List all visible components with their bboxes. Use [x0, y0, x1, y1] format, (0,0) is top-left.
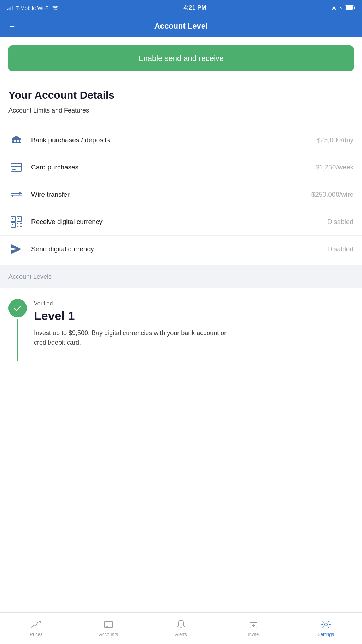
svg-rect-10: [16, 140, 17, 142]
page-title: Account Level: [8, 22, 354, 31]
svg-rect-23: [18, 218, 19, 219]
svg-rect-3: [12, 6, 13, 10]
svg-marker-30: [11, 244, 21, 254]
svg-rect-21: [12, 218, 13, 219]
svg-rect-14: [11, 166, 22, 167]
svg-rect-31: [105, 621, 112, 628]
feature-name-send-digital: Send digital currency: [31, 245, 327, 253]
bottom-nav: Prices Accounts Alerts: [0, 612, 362, 644]
level-content: Verified Level 1 Invest up to $9,500. Bu…: [34, 299, 253, 347]
svg-rect-29: [20, 226, 22, 227]
feature-row-wire: Wire transfer $250,000/wire: [0, 181, 362, 208]
level-indicator: [8, 299, 27, 361]
nav-label-alerts: Alerts: [175, 632, 187, 637]
signal-icon: [7, 5, 13, 10]
feature-name-wire: Wire transfer: [31, 191, 311, 199]
feature-name-receive-digital: Receive digital currency: [31, 218, 327, 226]
svg-rect-9: [12, 140, 14, 142]
enable-section: Enable send and receive: [0, 37, 362, 82]
nav-item-settings[interactable]: Settings: [290, 616, 362, 640]
svg-rect-0: [7, 9, 8, 10]
nav-item-invite[interactable]: Invite: [217, 616, 290, 640]
back-button[interactable]: ←: [8, 22, 16, 31]
feature-value-card: $1,250/week: [315, 163, 354, 171]
accounts-icon: [104, 620, 113, 629]
battery-icon: [345, 5, 355, 10]
divider: [8, 119, 354, 119]
feature-value-bank: $25,000/day: [316, 136, 354, 144]
feature-row-receive-digital: Receive digital currency Disabled: [0, 208, 362, 236]
nav-label-prices: Prices: [30, 632, 42, 637]
card-icon: [8, 162, 24, 173]
svg-rect-25: [12, 224, 13, 225]
svg-rect-1: [9, 8, 10, 10]
account-details-title: Your Account Details: [8, 89, 354, 101]
svg-rect-15: [12, 169, 16, 170]
feature-value-wire: $250,000/wire: [311, 191, 354, 199]
status-time: 4:21 PM: [183, 4, 206, 11]
account-limits-subtitle: Account Limits and Features: [8, 107, 354, 114]
level-circle: [8, 299, 27, 317]
svg-rect-28: [17, 226, 18, 227]
feature-row-bank: Bank purchases / deposits $25,000/day: [0, 127, 362, 154]
carrier-label: T-Mobile Wi-Fi: [16, 5, 50, 11]
level-description: Invest up to $9,500. Buy digital currenc…: [34, 328, 253, 347]
receive-digital-icon: [8, 216, 24, 228]
account-levels-header: Account Levels: [0, 265, 362, 288]
svg-rect-8: [12, 142, 21, 143]
level-row: Verified Level 1 Invest up to $9,500. Bu…: [8, 299, 354, 361]
prices-icon: [31, 620, 41, 629]
send-digital-icon: [8, 243, 24, 255]
svg-rect-7: [12, 139, 21, 140]
main-content: Enable send and receive Your Account Det…: [0, 37, 362, 404]
level-badge: Verified: [34, 300, 253, 307]
nav-item-prices[interactable]: Prices: [0, 616, 72, 640]
wifi-icon: [52, 5, 58, 10]
feature-row-send-digital: Send digital currency Disabled: [0, 236, 362, 263]
feature-value-send-digital: Disabled: [327, 245, 354, 253]
svg-marker-17: [19, 192, 22, 195]
svg-marker-19: [11, 195, 13, 197]
nav-label-accounts: Accounts: [99, 632, 118, 637]
location-icon: [332, 5, 337, 10]
alerts-icon: [176, 620, 186, 629]
bottom-spacer: [0, 368, 362, 404]
svg-rect-26: [17, 223, 18, 224]
status-left: T-Mobile Wi-Fi: [7, 5, 58, 11]
invite-icon: [249, 620, 258, 629]
enable-send-receive-button[interactable]: Enable send and receive: [8, 45, 354, 71]
wire-icon: [8, 189, 24, 200]
svg-rect-6: [346, 6, 353, 10]
level-name: Level 1: [34, 309, 253, 323]
feature-row-card: Card purchases $1,250/week: [0, 154, 362, 181]
feature-name-bank: Bank purchases / deposits: [31, 136, 316, 144]
feature-value-receive-digital: Disabled: [327, 218, 354, 226]
bank-icon: [8, 134, 24, 146]
nav-bar: ← Account Level: [0, 16, 362, 37]
checkmark-icon: [13, 304, 22, 313]
feature-name-card: Card purchases: [31, 163, 315, 171]
account-levels-section: Verified Level 1 Invest up to $9,500. Bu…: [0, 288, 362, 368]
account-details-section: Your Account Details Account Limits and …: [0, 82, 362, 124]
svg-point-40: [325, 623, 327, 626]
svg-rect-27: [20, 223, 22, 224]
features-list: Bank purchases / deposits $25,000/day Ca…: [0, 124, 362, 265]
settings-icon: [321, 620, 331, 629]
status-right: [332, 5, 355, 11]
account-levels-title: Account Levels: [8, 273, 354, 281]
svg-rect-11: [19, 140, 20, 142]
nav-label-invite: Invite: [248, 632, 259, 637]
bluetooth-icon: [339, 5, 343, 11]
svg-rect-2: [10, 7, 11, 10]
level-line: [17, 319, 18, 361]
svg-marker-12: [12, 136, 21, 139]
status-bar: T-Mobile Wi-Fi 4:21 PM: [0, 0, 362, 16]
nav-label-settings: Settings: [317, 632, 334, 637]
svg-point-4: [55, 10, 56, 10]
nav-item-accounts[interactable]: Accounts: [72, 616, 145, 640]
nav-item-alerts[interactable]: Alerts: [145, 616, 217, 640]
